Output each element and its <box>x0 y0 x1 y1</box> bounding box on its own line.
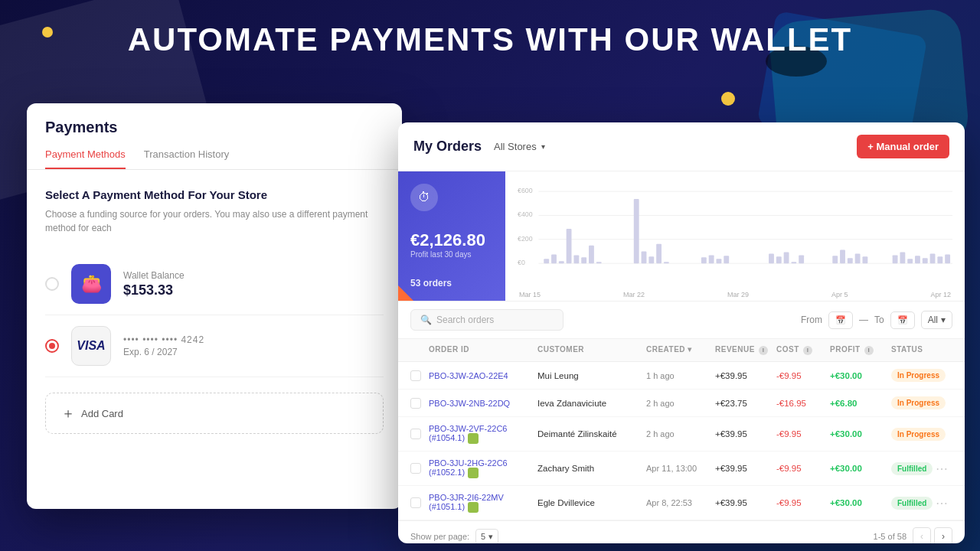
svg-rect-22 <box>709 255 714 263</box>
svg-rect-39 <box>923 258 928 263</box>
store-selector[interactable]: All Stores ▾ <box>494 141 545 152</box>
chart-label-mar29: Mar 29 <box>727 291 749 298</box>
page-title: AUTOMATE PAYMENTS WITH OUR WALLET <box>0 21 980 58</box>
svg-text:€200: €200 <box>518 235 533 243</box>
per-page-select[interactable]: 5 ▾ <box>475 529 498 544</box>
profit-value: +€30.00 <box>830 371 891 380</box>
row-checkbox[interactable] <box>410 398 421 409</box>
page-info: 1-5 of 58 <box>874 532 906 541</box>
svg-rect-34 <box>862 256 867 263</box>
filter-to-label: To <box>874 315 884 325</box>
date-to-input[interactable]: 📅 <box>890 311 915 329</box>
col-created[interactable]: CREATED ▾ <box>646 345 715 355</box>
next-page-button[interactable]: › <box>934 527 952 543</box>
created-time: 2 h ago <box>646 399 715 408</box>
svg-rect-28 <box>791 262 796 263</box>
col-order-id[interactable]: ORDER ID <box>429 345 537 355</box>
shopify-icon <box>468 468 479 478</box>
search-filter-row: 🔍 Search orders From 📅 — To 📅 All ▾ <box>398 302 965 339</box>
filter-group: From 📅 — To 📅 All ▾ <box>801 311 952 329</box>
table-row: PBO-3JW-2NB-22DQ Ieva Zdanaviciute 2 h a… <box>398 390 965 417</box>
created-time: Apr 8, 22:53 <box>646 498 715 507</box>
payments-tabs: Payment Methods Transaction History <box>27 148 402 170</box>
per-page-value: 5 <box>481 532 485 541</box>
svg-rect-36 <box>900 252 905 263</box>
card-radio[interactable] <box>45 339 59 353</box>
svg-rect-8 <box>544 259 549 263</box>
profit-amount: €2,126.80 <box>410 230 485 250</box>
chevron-down-icon-3: ▾ <box>488 532 493 542</box>
created-time: 1 h ago <box>646 371 715 380</box>
date-from-input[interactable]: 📅 <box>828 311 853 329</box>
card-method-item[interactable]: VISA •••• •••• •••• 4242 Exp. 6 / 2027 <box>45 315 384 377</box>
customer-name: Ieva Zdanaviciute <box>537 399 646 408</box>
tab-payment-methods[interactable]: Payment Methods <box>45 148 126 169</box>
order-id-link[interactable]: PBO-3JW-2NB-22DQ <box>429 399 510 408</box>
svg-rect-37 <box>907 259 913 263</box>
visa-logo: VISA <box>77 339 105 353</box>
wallet-method-item[interactable]: 👛 Wallet Balance $153.33 <box>45 253 384 315</box>
svg-rect-30 <box>832 256 838 263</box>
revenue-value: +€39.95 <box>715 464 776 473</box>
profit-value: +€30.00 <box>830 429 891 439</box>
svg-rect-18 <box>648 256 654 263</box>
chart-area: €600 €400 €200 €0 <box>505 171 965 301</box>
payments-header: Payments <box>27 103 402 136</box>
add-card-button[interactable]: ＋ Add Card <box>45 393 384 434</box>
row-checkbox[interactable] <box>410 463 421 474</box>
cost-value: -€16.95 <box>776 399 830 408</box>
filter-from-label: From <box>801 315 822 325</box>
wallet-icon: 👛 <box>71 264 111 304</box>
chart-label-mar22: Mar 22 <box>623 291 645 298</box>
plus-icon: ＋ <box>61 404 75 422</box>
svg-text:€0: €0 <box>518 259 525 266</box>
payments-body: Select A Payment Method For Your Store C… <box>27 170 402 452</box>
chart-label-apr12: Apr 12 <box>930 291 951 298</box>
revenue-value: +€23.75 <box>715 399 776 408</box>
svg-rect-26 <box>776 256 782 263</box>
row-menu[interactable]: ⋯ <box>936 461 948 476</box>
svg-rect-41 <box>937 256 942 263</box>
row-checkbox[interactable] <box>410 429 421 439</box>
revenue-value: +€39.95 <box>715 498 776 507</box>
col-cost[interactable]: COST i <box>776 345 830 355</box>
search-input[interactable]: Search orders <box>436 315 494 325</box>
col-profit[interactable]: PROFIT i <box>830 345 891 355</box>
pagination-row: Show per page: 5 ▾ 1-5 of 58 ‹ › <box>398 520 965 543</box>
show-per-page: Show per page: 5 ▾ <box>410 529 498 544</box>
row-checkbox[interactable] <box>410 370 421 381</box>
table-row: PBO-3JW-2VF-22C6 (#1054.1) Deimanté Zili… <box>398 417 965 452</box>
table-row: PBO-3JW-2AO-22E4 Mui Leung 1 h ago +€39.… <box>398 362 965 390</box>
prev-page-button[interactable]: ‹ <box>913 527 931 543</box>
status-badge: Fulfilled <box>891 462 933 475</box>
calendar-icon: 📅 <box>835 315 846 325</box>
col-revenue[interactable]: REVENUE i <box>715 345 776 355</box>
svg-rect-33 <box>855 253 861 263</box>
tab-transaction-history[interactable]: Transaction History <box>144 148 230 169</box>
search-box[interactable]: 🔍 Search orders <box>410 309 564 331</box>
col-status[interactable]: STATUS <box>891 345 952 355</box>
col-customer[interactable]: CUSTOMER <box>537 345 646 355</box>
svg-rect-40 <box>930 253 936 263</box>
svg-rect-15 <box>596 262 602 263</box>
svg-rect-9 <box>551 254 557 263</box>
section-title: Select A Payment Method For Your Store <box>45 188 384 201</box>
svg-rect-11 <box>567 229 572 263</box>
order-id-link[interactable]: PBO-3JR-2I6-22MV (#1051.1) <box>429 493 504 511</box>
wallet-value: $153.33 <box>123 282 384 298</box>
page-navigation: ‹ › <box>913 527 952 543</box>
table-body: PBO-3JW-2AO-22E4 Mui Leung 1 h ago +€39.… <box>398 362 965 520</box>
chart-x-labels: Mar 15 Mar 22 Mar 29 Apr 5 Apr 12 <box>518 291 952 298</box>
manual-order-button[interactable]: + Manual order <box>857 135 949 158</box>
orders-header: My Orders All Stores ▾ + Manual order <box>398 122 965 171</box>
svg-rect-16 <box>634 199 639 263</box>
status-badge: In Progress <box>891 396 946 409</box>
chart-label-mar15: Mar 15 <box>519 291 541 298</box>
order-id-link[interactable]: PBO-3JW-2AO-22E4 <box>429 371 508 380</box>
search-icon: 🔍 <box>420 315 432 325</box>
status-filter-select[interactable]: All ▾ <box>921 311 952 329</box>
row-checkbox[interactable] <box>410 497 421 508</box>
row-menu[interactable]: ⋯ <box>936 496 948 510</box>
wallet-radio[interactable] <box>45 277 59 291</box>
customer-name: Mui Leung <box>537 371 646 380</box>
